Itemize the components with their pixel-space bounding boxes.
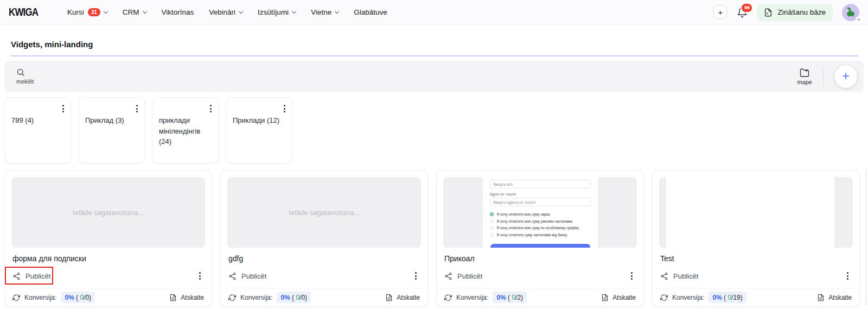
conversion-label: Konversija: — [672, 294, 704, 301]
avatar-menu-chevron-icon — [856, 16, 862, 23]
toolbar-actions: mape + — [797, 65, 857, 88]
avatar[interactable] — [842, 4, 859, 21]
folder-menu-button[interactable] — [280, 102, 289, 115]
nav-item-vietne[interactable]: Vietne — [311, 8, 339, 16]
refresh-icon[interactable] — [12, 294, 20, 301]
widget-preview[interactable] — [659, 177, 853, 248]
stats-row: Konversija: 0% ( 0/19) Atskaite — [653, 288, 859, 306]
chevron-down-icon — [239, 9, 243, 13]
nav-item-kursi[interactable]: Kursi 31 — [67, 8, 107, 16]
folder-menu-button[interactable] — [207, 102, 215, 115]
widget-card: Введіть ім'я Адрес ел. пошти Введіть адр… — [436, 170, 644, 307]
loading-placeholder-text: Ielāde sagatavošana... — [289, 209, 360, 217]
widget-menu-button[interactable] — [844, 269, 852, 282]
conversion-stats: Konversija: 0% ( 0/19) — [660, 292, 746, 303]
folder-name: приклади мінілендінгів (24) — [159, 115, 212, 147]
form-preview-submit-button — [490, 244, 590, 248]
chevron-down-icon — [142, 9, 146, 13]
create-button[interactable]: + — [713, 5, 727, 20]
folder-name: 789 (4) — [11, 115, 64, 126]
nav-item-label: Kursi — [67, 8, 84, 16]
widget-menu-button[interactable] — [196, 269, 204, 282]
publish-row: Publicēt — [228, 268, 420, 284]
new-folder-button[interactable]: mape — [797, 68, 812, 85]
report-label: Atskaite — [612, 294, 636, 301]
widget-preview[interactable]: Ielāde sagatavošana... — [11, 177, 205, 248]
article-icon: a — [764, 8, 773, 17]
kursi-count-badge: 31 — [88, 8, 100, 16]
refresh-icon[interactable] — [444, 294, 452, 301]
publish-button[interactable]: Publicēt — [228, 272, 266, 280]
nav-item-crm[interactable]: CRM — [123, 8, 146, 16]
radio-label: Я хочу сплатити суму частинами від банку — [497, 233, 567, 237]
radio-label: Я хочу сплатити всю суму по особливому г… — [497, 226, 579, 230]
kwiga-logo[interactable]: KWIGA — [9, 6, 38, 18]
radio-label: Я хочу сплатити всю суму рівними частина… — [497, 219, 573, 223]
widget-menu-button[interactable] — [412, 269, 420, 282]
report-label: Atskaite — [181, 294, 204, 301]
widget-preview[interactable]: Введіть ім'я Адрес ел. пошти Введіть адр… — [443, 177, 637, 248]
top-navbar: KWIGA Kursi 31 CRM Viktorīnas Vebināri I… — [0, 0, 868, 25]
report-icon — [817, 294, 825, 301]
publish-button[interactable]: Publicēt — [12, 272, 50, 280]
publish-button[interactable]: Publicēt — [660, 272, 698, 280]
publish-label: Publicēt — [673, 272, 698, 280]
navbar-right: + 99 a Zināšanu bāz — [713, 4, 859, 21]
form-preview-email-input: Введіть адресу ел. пошти — [490, 198, 591, 206]
report-icon — [385, 294, 393, 301]
refresh-icon[interactable] — [660, 294, 668, 301]
chevron-down-icon — [104, 9, 108, 13]
widget-menu-button[interactable] — [628, 269, 636, 282]
svg-text:a: a — [767, 11, 769, 15]
report-link[interactable]: Atskaite — [601, 294, 636, 301]
nav-item-izsutijumi[interactable]: Izsūtījumi — [258, 8, 296, 16]
folder-card[interactable]: 789 (4) — [4, 97, 71, 163]
widget-title: gdfg — [228, 254, 420, 263]
main-nav: Kursi 31 CRM Viktorīnas Vebināri Izsūtīj… — [67, 8, 387, 16]
publish-button[interactable]: Publicēt — [444, 272, 482, 280]
folder-card[interactable]: Приклади (12) — [226, 97, 292, 163]
nav-item-label: CRM — [123, 8, 139, 16]
conversion-value: 0% ( 0/0) — [61, 292, 95, 303]
publish-row: Publicēt — [12, 268, 204, 284]
knowledge-base-button[interactable]: a Zināšanu bāze — [757, 4, 833, 21]
loading-placeholder-text: Ielāde sagatavošana... — [73, 209, 144, 217]
publish-label: Publicēt — [457, 272, 482, 280]
report-icon — [601, 294, 609, 301]
widget-title: Test — [660, 254, 852, 263]
widget-card-partial[interactable] — [866, 168, 868, 305]
widget-preview[interactable]: Ielāde sagatavošana... — [227, 177, 421, 248]
report-icon — [169, 294, 177, 301]
report-link[interactable]: Atskaite — [817, 294, 852, 301]
add-widget-button[interactable]: + — [834, 65, 857, 88]
radio-icon — [490, 219, 494, 223]
report-link[interactable]: Atskaite — [385, 294, 420, 301]
refresh-icon[interactable] — [228, 294, 236, 301]
notification-count-badge: 99 — [741, 3, 753, 13]
nav-item-viktorinas[interactable]: Viktorīnas — [162, 8, 194, 16]
widget-card: Ielāde sagatavošana... gdfg Publicēt — [220, 170, 428, 307]
search-input[interactable]: meklēt — [16, 68, 34, 85]
form-preview-radio: Я хочу сплатити суму частинами від банку — [490, 233, 591, 237]
nav-item-vebinari[interactable]: Vebināri — [209, 8, 242, 16]
folder-card[interactable]: Приклад (3) — [78, 97, 145, 163]
notifications-button[interactable]: 99 — [737, 7, 748, 18]
report-label: Atskaite — [397, 294, 420, 301]
nav-item-glabatuve[interactable]: Glabātuve — [354, 8, 387, 16]
folder-menu-button[interactable] — [59, 102, 67, 115]
form-preview-radio: Я хочу сплатити всю суму рівними частина… — [490, 219, 591, 223]
dinosaur-avatar-icon — [844, 6, 857, 19]
search-label: meklēt — [16, 78, 34, 85]
folder-menu-button[interactable] — [133, 102, 141, 115]
widget-title: форма для подписки — [12, 254, 204, 263]
form-preview-panel: Введіть ім'я Адрес ел. пошти Введіть адр… — [483, 177, 598, 248]
radio-icon — [490, 233, 494, 237]
nav-item-label: Izsūtījumi — [258, 8, 289, 16]
folder-card[interactable]: приклади мінілендінгів (24) — [152, 97, 219, 163]
widget-card: Ielāde sagatavošana... форма для подписк… — [4, 170, 212, 307]
share-icon — [660, 272, 668, 280]
conversion-label: Konversija: — [24, 294, 56, 301]
form-preview-radio: Я хочу сплатити всю суму зараз — [490, 212, 591, 216]
report-link[interactable]: Atskaite — [169, 294, 204, 301]
conversion-value: 0% ( 0/2) — [493, 292, 527, 303]
